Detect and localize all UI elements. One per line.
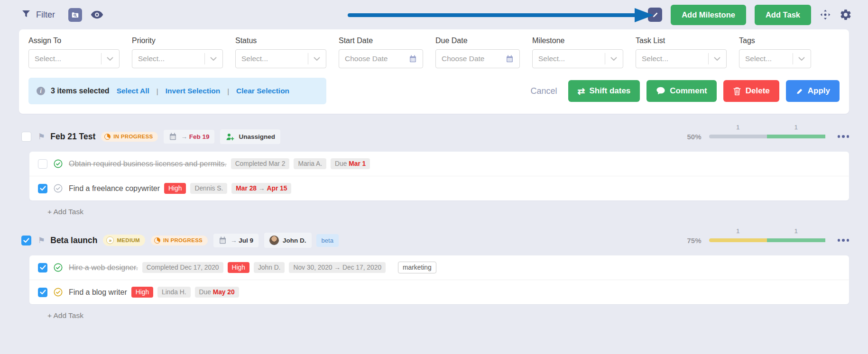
eye-icon[interactable]: [91, 10, 103, 19]
filter-funnel-icon: [21, 9, 31, 20]
selection-actions: Cancel ⇄Shift datesCommentDeleteApply: [530, 80, 840, 102]
group-checkbox[interactable]: [21, 132, 31, 142]
comment-icon: [656, 87, 665, 95]
folder-search-icon[interactable]: [68, 8, 82, 22]
group-menu-ellipsis[interactable]: [836, 239, 850, 242]
add-task-link[interactable]: + Add Task: [19, 200, 849, 218]
comment-button[interactable]: Comment: [646, 80, 716, 102]
button-label: Delete: [746, 86, 770, 96]
task-title[interactable]: Hire a web designer.: [69, 263, 138, 272]
delete-button[interactable]: Delete: [723, 80, 779, 102]
pencil-icon: [795, 87, 803, 95]
badge-in-progress: IN PROGRESS: [101, 132, 158, 142]
filter-priority-dropdown[interactable]: Select...: [132, 49, 223, 68]
selection-link-select-all[interactable]: Select All: [117, 87, 149, 95]
toolbar: Filter Add Milestone Add Task: [0, 0, 868, 29]
filter-field-assign-to: Assign To Select...: [28, 36, 120, 68]
check-icon: [40, 290, 46, 295]
gear-icon[interactable]: [840, 9, 852, 21]
group-menu-ellipsis[interactable]: [836, 135, 850, 138]
filter-milestone-dropdown[interactable]: Select...: [532, 49, 623, 68]
shift-dates-button[interactable]: ⇄Shift dates: [568, 80, 640, 102]
filter-toggle[interactable]: Filter: [21, 9, 55, 20]
task-pill: Completed Dec 17, 2020: [142, 262, 223, 273]
filter-due-date-datepicker[interactable]: Choose Date: [435, 49, 520, 68]
complete-circle-check-icon[interactable]: [54, 288, 63, 297]
task-row: Hire a web designer. Completed Dec 17, 2…: [29, 255, 849, 280]
check-icon: [23, 238, 29, 243]
complete-circle-check-icon[interactable]: [54, 159, 63, 168]
divider: [605, 53, 605, 64]
group-date: → Feb 19: [164, 130, 214, 144]
group-checkbox[interactable]: [21, 236, 31, 245]
task-checkbox[interactable]: [38, 288, 47, 297]
filter-assign-to-dropdown[interactable]: Select...: [28, 49, 120, 68]
group-title[interactable]: Beta launch: [50, 236, 97, 245]
annotation-arrow: [348, 8, 654, 22]
complete-circle-check-icon[interactable]: [54, 263, 63, 272]
filter-field-start-date: Start Date Choose Date: [339, 36, 423, 68]
task-title[interactable]: Obtain required business licenses and pe…: [69, 160, 227, 168]
task-checkbox[interactable]: [38, 263, 47, 272]
badge-in-progress: IN PROGRESS: [151, 236, 208, 245]
progress-segment-count: 1: [736, 124, 740, 131]
add-milestone-button[interactable]: Add Milestone: [671, 5, 746, 25]
filter-start-date-datepicker[interactable]: Choose Date: [339, 49, 423, 68]
task-group-beta-launch: ⚑ Beta launch » MEDIUM IN PROGRESS → Jul…: [0, 229, 868, 321]
filter-field-priority: Priority Select...: [132, 36, 223, 68]
progress-percent: 75%: [687, 236, 701, 245]
group-due-date: Jul 9: [239, 237, 253, 244]
progress-percent: 50%: [687, 133, 701, 141]
task-row: Obtain required business licenses and pe…: [29, 152, 849, 176]
task-row: Find a blog writer HighLinda H.Due May 2…: [29, 280, 849, 304]
check-icon: [40, 186, 46, 191]
avatar: [269, 236, 279, 245]
filter-status-dropdown[interactable]: Select...: [235, 49, 326, 68]
task-pill: Dennis S.: [190, 183, 227, 194]
filter-field-status: Status Select...: [235, 36, 326, 68]
selection-link-clear-selection[interactable]: Clear Selection: [236, 87, 289, 95]
complete-circle-check-icon[interactable]: [54, 184, 63, 193]
apply-button[interactable]: Apply: [786, 80, 840, 102]
task-group-feb-21-test: ⚑ Feb 21 Test IN PROGRESS → Feb 19 Unass…: [0, 125, 868, 218]
group-assignee[interactable]: Unassigned: [220, 129, 280, 144]
task-checkbox[interactable]: [38, 159, 47, 169]
group-assignee[interactable]: John D.: [264, 233, 312, 248]
folder-edit-icon[interactable]: [648, 8, 662, 22]
filter-field-due-date: Due Date Choose Date: [435, 36, 520, 68]
priority-chevrons-icon: »: [106, 236, 114, 244]
check-icon: [40, 265, 46, 270]
filter-field-label: Tags: [739, 36, 811, 45]
chevron-down-icon: [314, 57, 320, 61]
task-list-card: Hire a web designer. Completed Dec 17, 2…: [29, 255, 849, 304]
progress-segment: [709, 238, 767, 242]
clock-icon: [154, 237, 160, 244]
placeholder-text: Select...: [538, 54, 605, 63]
cancel-button[interactable]: Cancel: [530, 86, 557, 96]
divider: [204, 53, 205, 64]
group-header: ⚑ Beta launch » MEDIUM IN PROGRESS → Jul…: [21, 229, 849, 252]
task-pill: Maria A.: [294, 158, 326, 169]
selection-link-invert-selection[interactable]: Invert Selection: [166, 87, 220, 95]
placeholder-text: Select...: [642, 54, 708, 63]
task-checkbox[interactable]: [38, 184, 47, 193]
group-header: ⚑ Feb 21 Test IN PROGRESS → Feb 19 Unass…: [21, 125, 849, 148]
group-title[interactable]: Feb 21 Test: [50, 132, 95, 142]
move-crosshair-icon[interactable]: [820, 9, 831, 20]
filter-task-list-dropdown[interactable]: Select...: [636, 49, 727, 68]
filter-field-milestone: Milestone Select...: [532, 36, 623, 68]
add-task-button[interactable]: Add Task: [755, 5, 811, 25]
filter-field-label: Task List: [636, 36, 727, 45]
filter-fields-row: Assign To Select... Priority Select... S…: [28, 36, 840, 68]
task-pill: Due Mar 1: [331, 158, 370, 169]
filter-field-label: Milestone: [532, 36, 623, 45]
task-title[interactable]: Find a freelance copywriter: [69, 184, 160, 193]
task-title[interactable]: Find a blog writer: [69, 288, 127, 297]
add-task-link[interactable]: + Add Task: [19, 304, 849, 321]
task-pill: High: [164, 183, 186, 194]
filter-tags-dropdown[interactable]: Select...: [739, 49, 811, 68]
link-separator: |: [227, 87, 229, 95]
trash-icon: [733, 87, 741, 96]
group-date: → Jul 9: [213, 234, 259, 247]
task-row: Find a freelance copywriter HighDennis S…: [29, 176, 849, 200]
